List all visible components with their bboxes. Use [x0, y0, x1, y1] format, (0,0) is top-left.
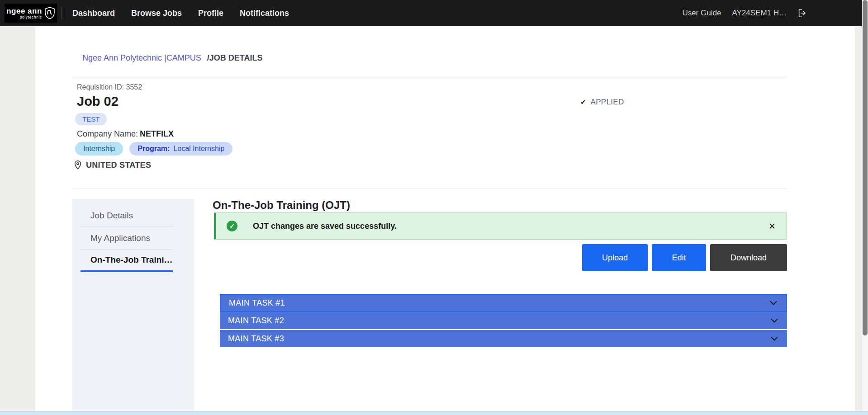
sidebar-item-label: Job Details — [90, 211, 133, 221]
requisition-id: Requisition ID: 3552 — [77, 83, 142, 91]
navbar-right-group: User Guide AY24SEM1 H… — [682, 0, 807, 26]
chevron-down-icon — [770, 301, 777, 305]
sidebar-item-job-details[interactable]: Job Details — [81, 204, 173, 227]
job-badges: Internship Program:Local Internship — [75, 142, 232, 156]
success-check-icon: ✓ — [227, 221, 237, 231]
job-title: Job 02 — [77, 94, 119, 109]
breadcrumb-current: /JOB DETAILS — [207, 53, 263, 62]
main-task-1-row[interactable]: MAIN TASK #1 — [220, 294, 787, 312]
download-button[interactable]: Download — [710, 244, 787, 271]
nav-item-notifications[interactable]: Notifications — [240, 9, 289, 18]
status-badge: APPLIED — [591, 98, 624, 107]
main-task-3-row[interactable]: MAIN TASK #3 — [220, 330, 787, 347]
company-name-value: NETFILX — [140, 129, 174, 138]
task-label: MAIN TASK #3 — [228, 334, 284, 344]
main-task-2-row[interactable]: MAIN TASK #2 — [220, 312, 787, 329]
logo-text: ngee ann polytechnic — [6, 7, 42, 19]
section-divider — [72, 189, 787, 189]
action-button-row: Upload Edit Download — [213, 244, 787, 271]
sidebar-item-label: On-The-Job Traini… — [90, 255, 173, 265]
task-label: MAIN TASK #1 — [229, 298, 285, 308]
success-alert: ✓ OJT changes are saved successfully. ✕ — [214, 212, 787, 240]
ngee-ann-logo[interactable]: ngee ann polytechnic — [5, 4, 57, 23]
vertical-scrollbar-track[interactable] — [862, 0, 868, 411]
edit-button[interactable]: Edit — [652, 244, 706, 271]
chevron-down-icon — [771, 318, 778, 323]
nav-item-browse-jobs[interactable]: Browse Jobs — [131, 9, 182, 18]
user-guide-link[interactable]: User Guide — [682, 9, 721, 18]
employment-type-badge: Internship — [75, 142, 123, 156]
top-navbar: ngee ann polytechnic Dashboard Browse Jo… — [0, 0, 868, 26]
breadcrumb-link[interactable]: Ngee Ann Polytechnic |CAMPUS — [82, 53, 201, 62]
nav-item-profile[interactable]: Profile — [198, 9, 223, 18]
vertical-scrollbar-thumb[interactable] — [863, 0, 868, 335]
location-pin-icon — [73, 160, 82, 170]
navbar-divider — [62, 7, 62, 19]
job-location: UNITED STATES — [73, 160, 151, 170]
navbar-menu: Dashboard Browse Jobs Profile Notificati… — [72, 0, 289, 26]
upload-button[interactable]: Upload — [582, 244, 648, 271]
job-tag-badge: TEST — [75, 113, 107, 125]
close-icon[interactable]: ✕ — [768, 222, 776, 231]
location-text: UNITED STATES — [86, 160, 151, 170]
company-name-line: Company Name:NETFILX — [77, 129, 174, 139]
program-badge: Program:Local Internship — [129, 142, 232, 156]
alert-message: OJT changes are saved successfully. — [253, 222, 397, 231]
header-divider — [72, 77, 787, 77]
nav-item-dashboard[interactable]: Dashboard — [72, 9, 115, 18]
shield-icon — [44, 7, 55, 19]
page: ngee ann polytechnic Dashboard Browse Jo… — [0, 0, 868, 415]
session-selector[interactable]: AY24SEM1 H… — [732, 9, 787, 18]
applied-check-icon: ✔ — [580, 98, 586, 106]
task-label: MAIN TASK #2 — [228, 316, 284, 325]
chevron-down-icon — [771, 336, 778, 341]
breadcrumb: Ngee Ann Polytechnic |CAMPUS /JOB DETAIL… — [82, 53, 263, 63]
horizontal-scrollbar[interactable] — [0, 411, 868, 415]
logout-icon[interactable] — [797, 8, 807, 18]
sidebar-item-ojt[interactable]: On-The-Job Traini… — [81, 250, 173, 272]
sidebar-item-label: My Applications — [90, 233, 150, 243]
content-card: Ngee Ann Polytechnic |CAMPUS /JOB DETAIL… — [35, 26, 855, 411]
sidebar-item-my-applications[interactable]: My Applications — [81, 227, 173, 250]
applied-status: ✔ APPLIED — [580, 98, 624, 107]
task-accordion: MAIN TASK #1 MAIN TASK #2 MAIN TASK #3 — [220, 294, 787, 347]
page-title: On-The-Job Training (OJT) — [213, 199, 350, 212]
job-sidebar: Job Details My Applications On-The-Job T… — [72, 199, 194, 411]
